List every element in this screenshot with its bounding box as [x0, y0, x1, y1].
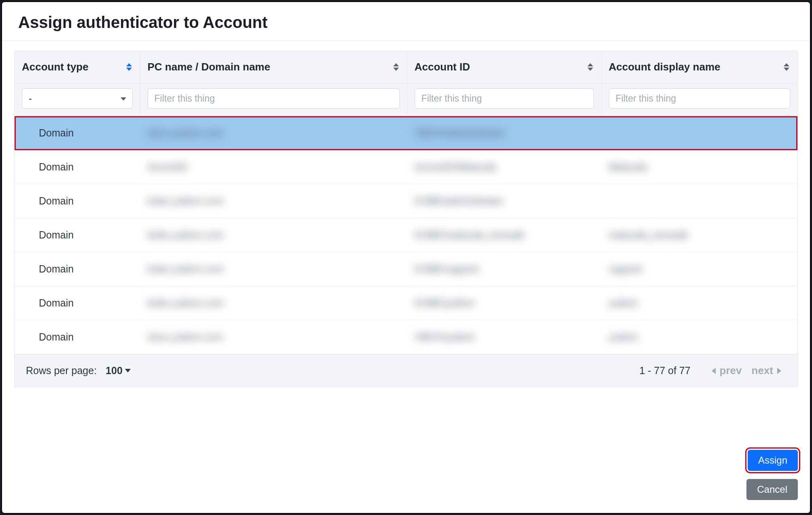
pagination-bar: Rows per page: 100 1 - 77 of 77 prev nex…: [15, 354, 797, 387]
cell-account-display-name: Matsuda: [601, 150, 797, 184]
table-row[interactable]: Domainkobe.yubion.comKOBE\administrator: [15, 184, 797, 218]
page-info: 1 - 77 of 77: [639, 365, 690, 377]
filter-account-display-name[interactable]: [609, 88, 791, 109]
prev-label: prev: [720, 364, 742, 377]
cancel-button[interactable]: Cancel: [746, 479, 798, 500]
sort-icon: [393, 62, 401, 72]
col-header-label: Account display name: [609, 61, 721, 73]
cell-account-id: KOBE\vagrant: [407, 252, 601, 286]
accounts-table-container: Account type PC name / Domain name: [14, 51, 798, 387]
cell-pc-domain-name: kobe.yubion.com: [140, 184, 407, 218]
sort-icon: [126, 62, 134, 72]
filter-account-type[interactable]: -: [22, 88, 133, 109]
cell-account-type: Domain: [15, 286, 140, 320]
cell-account-type: Domain: [15, 116, 140, 150]
cell-pc-domain-name: vbox.yubion.com: [140, 320, 407, 354]
table-row[interactable]: Domainvbox.yubion.comVBOX\yubionyubion: [15, 320, 797, 354]
cell-account-id: AzureAD\Matsuda: [407, 150, 601, 184]
cell-account-id: KOBE\administrator: [407, 184, 601, 218]
filter-account-id[interactable]: [415, 88, 594, 109]
col-header-pc-domain-name[interactable]: PC name / Domain name: [140, 51, 407, 83]
table-row[interactable]: Domainvbox.yubion.comVBOX\Administrator: [15, 116, 797, 150]
cell-pc-domain-name: vbox.yubion.com: [140, 116, 407, 150]
prev-page-button[interactable]: prev: [707, 363, 747, 379]
rows-per-page: Rows per page: 100: [26, 365, 131, 377]
cell-account-display-name: [601, 184, 797, 218]
cell-pc-domain-name: AzureAD: [140, 150, 407, 184]
cell-pc-domain-name: kobe.yubion.com: [140, 286, 407, 320]
cell-account-type: Domain: [15, 252, 140, 286]
chevron-left-icon: [712, 368, 716, 374]
rows-per-page-value: 100: [106, 365, 123, 377]
cell-account-id: KOBE\matsuda_tomoaki: [407, 218, 601, 252]
next-page-button[interactable]: next: [747, 363, 786, 379]
accounts-table-scroll[interactable]: Account type PC name / Domain name: [15, 51, 797, 354]
cell-account-id: VBOX\Administrator: [407, 116, 601, 150]
modal-footer: Assign Cancel: [2, 440, 810, 513]
cell-account-display-name: matsuda_tomoaki: [601, 218, 797, 252]
col-header-account-id[interactable]: Account ID: [407, 51, 601, 83]
modal-header: Assign authenticator to Account: [2, 2, 810, 41]
cell-account-display-name: vagrant: [601, 252, 797, 286]
accounts-table: Account type PC name / Domain name: [15, 51, 797, 354]
col-header-label: PC name / Domain name: [148, 61, 270, 73]
modal-body: Account type PC name / Domain name: [2, 41, 810, 440]
col-header-label: Account type: [22, 61, 89, 73]
caret-down-icon: [125, 369, 131, 372]
cell-account-type: Domain: [15, 218, 140, 252]
col-header-account-display-name[interactable]: Account display name: [601, 51, 797, 83]
cell-account-display-name: [601, 116, 797, 150]
table-row[interactable]: Domainkobe.yubion.comKOBE\matsuda_tomoak…: [15, 218, 797, 252]
filter-account-type-wrap: -: [22, 88, 133, 109]
modal-title: Assign authenticator to Account: [18, 13, 794, 32]
assign-authenticator-modal: Assign authenticator to Account Account …: [2, 2, 810, 513]
table-row[interactable]: Domainkobe.yubion.comKOBE\vagrantvagrant: [15, 252, 797, 286]
assign-button[interactable]: Assign: [748, 450, 798, 471]
sort-icon: [784, 62, 791, 72]
next-label: next: [752, 364, 773, 377]
cell-account-type: Domain: [15, 320, 140, 354]
cell-account-id: KOBE\yubion: [407, 286, 601, 320]
cell-account-type: Domain: [15, 150, 140, 184]
col-header-account-type[interactable]: Account type: [15, 51, 140, 83]
chevron-right-icon: [777, 368, 781, 374]
table-row[interactable]: DomainAzureADAzureAD\MatsudaMatsuda: [15, 150, 797, 184]
rows-per-page-select[interactable]: 100: [106, 365, 131, 377]
cell-account-display-name: yubion: [601, 320, 797, 354]
cell-account-id: VBOX\yubion: [407, 320, 601, 354]
col-header-label: Account ID: [415, 61, 470, 73]
cell-account-display-name: yubion: [601, 286, 797, 320]
filter-pc-domain-name[interactable]: [148, 88, 400, 109]
cell-account-type: Domain: [15, 184, 140, 218]
table-row[interactable]: Domainkobe.yubion.comKOBE\yubionyubion: [15, 286, 797, 320]
cell-pc-domain-name: kobe.yubion.com: [140, 252, 407, 286]
cell-pc-domain-name: kobe.yubion.com: [140, 218, 407, 252]
sort-icon: [587, 62, 595, 72]
rows-per-page-label: Rows per page:: [26, 365, 97, 377]
